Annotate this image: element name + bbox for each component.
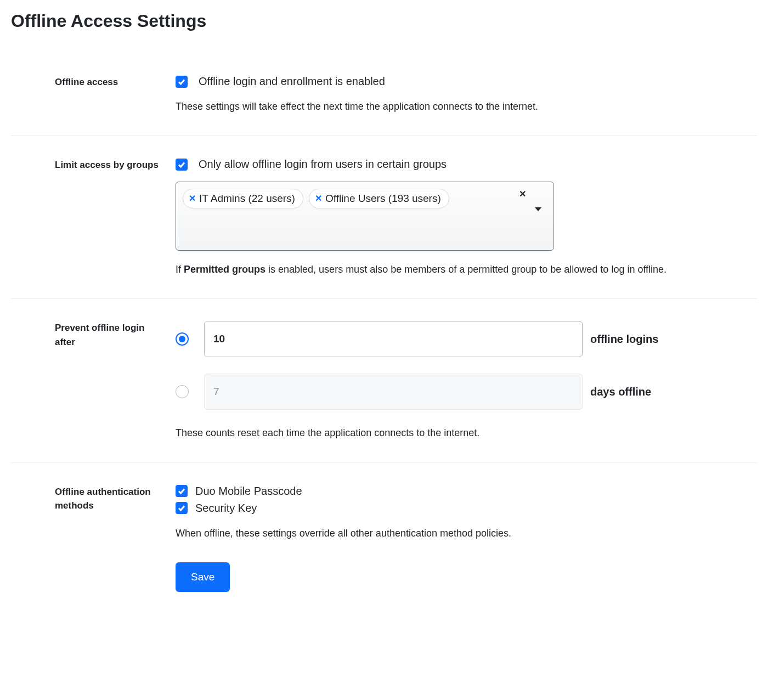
offline-access-label: Offline access — [55, 75, 165, 89]
section-auth-methods: Offline authentication methods Duo Mobil… — [11, 463, 757, 614]
limit-groups-checkbox[interactable] — [176, 159, 188, 171]
prevent-after-label: Prevent offline login after — [55, 321, 165, 349]
prevent-after-helper: These counts reset each time the applica… — [176, 426, 724, 440]
radio-offline-logins[interactable] — [176, 332, 189, 346]
method-label: Duo Mobile Passcode — [195, 485, 302, 498]
radio-days-offline[interactable] — [176, 385, 189, 398]
group-chip: ✕ Offline Users (193 users) — [309, 189, 449, 208]
checkmark-icon — [177, 77, 186, 86]
limit-groups-label: Limit access by groups — [55, 158, 165, 172]
offline-logins-suffix: offline logins — [590, 333, 658, 346]
offline-logins-input[interactable] — [204, 321, 583, 357]
chip-remove-icon[interactable]: ✕ — [189, 194, 196, 203]
section-limit-groups: Limit access by groups Only allow offlin… — [11, 136, 757, 299]
chip-remove-icon[interactable]: ✕ — [315, 194, 322, 203]
multiselect-clear-icon[interactable]: ✕ — [519, 190, 526, 199]
chip-label: IT Admins (22 users) — [199, 193, 295, 205]
offline-access-checkbox[interactable] — [176, 76, 188, 88]
limit-groups-helper: If Permitted groups is enabled, users mu… — [176, 263, 724, 276]
offline-access-checkbox-label: Offline login and enrollment is enabled — [199, 75, 385, 88]
checkmark-icon — [177, 160, 186, 169]
groups-multiselect[interactable]: ✕ IT Admins (22 users) ✕ Offline Users (… — [176, 182, 554, 251]
method-securitykey-checkbox[interactable] — [176, 502, 188, 514]
save-button[interactable]: Save — [176, 562, 230, 592]
auth-methods-helper: When offline, these settings override al… — [176, 527, 724, 540]
checkmark-icon — [177, 487, 186, 495]
days-offline-input — [204, 374, 583, 410]
chevron-down-icon[interactable] — [535, 207, 541, 211]
method-label: Security Key — [195, 502, 257, 515]
group-chip: ✕ IT Admins (22 users) — [183, 189, 303, 208]
limit-groups-checkbox-label: Only allow offline login from users in c… — [199, 158, 447, 171]
days-offline-suffix: days offline — [590, 386, 651, 398]
page-title: Offline Access Settings — [11, 11, 757, 31]
chip-label: Offline Users (193 users) — [325, 193, 441, 205]
section-offline-access: Offline access Offline login and enrollm… — [11, 53, 757, 136]
offline-access-helper: These settings will take effect the next… — [176, 100, 724, 114]
section-prevent-after: Prevent offline login after offline logi… — [11, 299, 757, 462]
checkmark-icon — [177, 504, 186, 512]
method-duo-checkbox[interactable] — [176, 485, 188, 497]
auth-methods-label: Offline authentication methods — [55, 485, 165, 513]
